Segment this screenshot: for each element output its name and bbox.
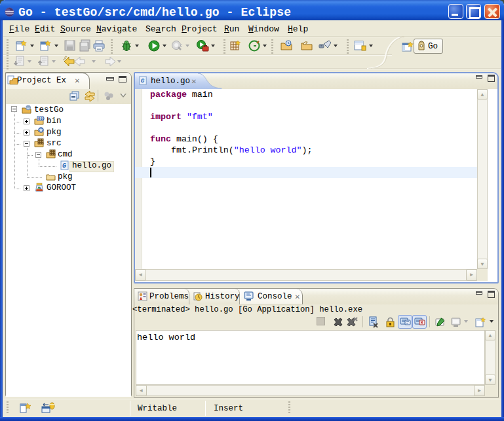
svg-text:G: G — [62, 162, 66, 170]
svg-text:010: 010 — [38, 117, 45, 121]
svg-text:G: G — [141, 77, 145, 84]
